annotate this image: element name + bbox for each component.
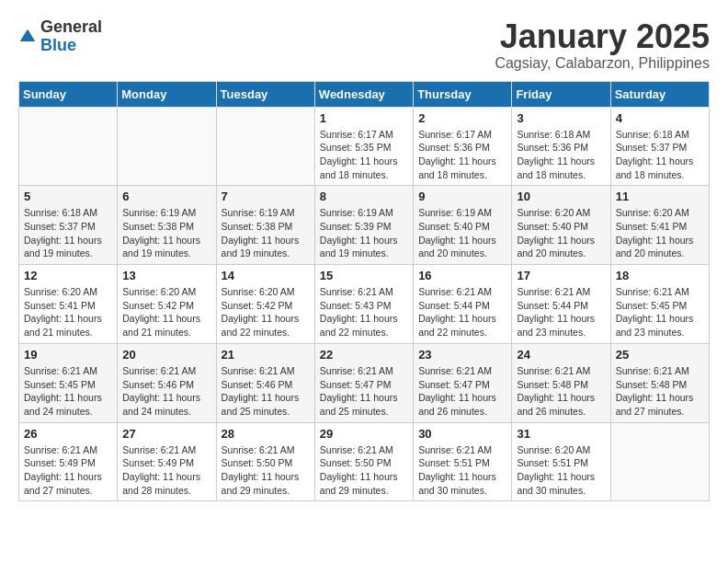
weekday-header-monday: Monday <box>118 81 216 107</box>
day-number: 28 <box>222 427 310 441</box>
calendar-cell: 5Sunrise: 6:18 AM Sunset: 5:37 PM Daylig… <box>19 186 118 265</box>
day-info: Sunrise: 6:21 AM Sunset: 5:44 PM Dayligh… <box>418 285 506 339</box>
day-info: Sunrise: 6:17 AM Sunset: 5:35 PM Dayligh… <box>320 128 408 182</box>
calendar-cell: 6Sunrise: 6:19 AM Sunset: 5:38 PM Daylig… <box>118 186 216 265</box>
calendar-body: 1Sunrise: 6:17 AM Sunset: 5:35 PM Daylig… <box>19 107 710 501</box>
calendar-cell: 17Sunrise: 6:21 AM Sunset: 5:44 PM Dayli… <box>512 265 610 344</box>
calendar-cell: 20Sunrise: 6:21 AM Sunset: 5:46 PM Dayli… <box>118 343 216 422</box>
day-info: Sunrise: 6:20 AM Sunset: 5:41 PM Dayligh… <box>616 206 704 260</box>
calendar-cell: 13Sunrise: 6:20 AM Sunset: 5:42 PM Dayli… <box>118 265 216 344</box>
calendar-header: SundayMondayTuesdayWednesdayThursdayFrid… <box>19 81 710 107</box>
calendar-cell: 15Sunrise: 6:21 AM Sunset: 5:43 PM Dayli… <box>314 265 413 344</box>
day-info: Sunrise: 6:21 AM Sunset: 5:50 PM Dayligh… <box>320 443 408 498</box>
day-number: 25 <box>616 348 704 362</box>
calendar-cell: 14Sunrise: 6:20 AM Sunset: 5:42 PM Dayli… <box>216 265 314 344</box>
day-info: Sunrise: 6:21 AM Sunset: 5:48 PM Dayligh… <box>517 364 605 419</box>
day-info: Sunrise: 6:21 AM Sunset: 5:50 PM Dayligh… <box>222 443 310 498</box>
calendar-cell: 11Sunrise: 6:20 AM Sunset: 5:41 PM Dayli… <box>610 186 709 265</box>
day-number: 20 <box>122 348 210 362</box>
day-number: 14 <box>222 269 310 282</box>
calendar-cell: 23Sunrise: 6:21 AM Sunset: 5:47 PM Dayli… <box>414 343 512 422</box>
day-info: Sunrise: 6:21 AM Sunset: 5:48 PM Dayligh… <box>616 364 704 419</box>
day-info: Sunrise: 6:21 AM Sunset: 5:43 PM Dayligh… <box>320 285 408 339</box>
calendar-cell: 30Sunrise: 6:21 AM Sunset: 5:51 PM Dayli… <box>414 422 512 501</box>
logo-general-text: General <box>40 17 102 36</box>
calendar-cell: 16Sunrise: 6:21 AM Sunset: 5:44 PM Dayli… <box>414 265 512 344</box>
logo-blue-text: Blue <box>40 36 76 54</box>
calendar-cell: 9Sunrise: 6:19 AM Sunset: 5:40 PM Daylig… <box>414 186 512 265</box>
calendar-cell: 4Sunrise: 6:18 AM Sunset: 5:37 PM Daylig… <box>610 107 709 186</box>
calendar-cell: 26Sunrise: 6:21 AM Sunset: 5:49 PM Dayli… <box>19 422 118 501</box>
calendar-cell <box>610 422 709 501</box>
calendar-cell: 21Sunrise: 6:21 AM Sunset: 5:46 PM Dayli… <box>216 343 314 422</box>
calendar-cell: 29Sunrise: 6:21 AM Sunset: 5:50 PM Dayli… <box>314 422 413 501</box>
calendar-cell: 27Sunrise: 6:21 AM Sunset: 5:49 PM Dayli… <box>118 422 216 501</box>
day-number: 30 <box>418 427 506 441</box>
weekday-header-row: SundayMondayTuesdayWednesdayThursdayFrid… <box>19 81 710 107</box>
day-number: 29 <box>320 427 408 441</box>
calendar-cell: 2Sunrise: 6:17 AM Sunset: 5:36 PM Daylig… <box>414 107 512 186</box>
day-info: Sunrise: 6:19 AM Sunset: 5:38 PM Dayligh… <box>222 206 310 260</box>
logo: General Blue <box>18 18 102 55</box>
calendar-cell: 31Sunrise: 6:20 AM Sunset: 5:51 PM Dayli… <box>512 422 610 501</box>
weekday-header-tuesday: Tuesday <box>216 81 314 107</box>
day-info: Sunrise: 6:20 AM Sunset: 5:40 PM Dayligh… <box>517 206 605 260</box>
calendar-cell: 19Sunrise: 6:21 AM Sunset: 5:45 PM Dayli… <box>19 343 118 422</box>
day-number: 15 <box>320 269 408 282</box>
calendar-cell <box>118 107 216 186</box>
calendar-cell: 8Sunrise: 6:19 AM Sunset: 5:39 PM Daylig… <box>314 186 413 265</box>
day-number: 16 <box>418 269 506 282</box>
weekday-header-wednesday: Wednesday <box>314 81 413 107</box>
location-title: Cagsiay, Calabarzon, Philippines <box>495 55 710 72</box>
logo-icon <box>18 28 37 46</box>
weekday-header-friday: Friday <box>512 81 610 107</box>
calendar-week-4: 19Sunrise: 6:21 AM Sunset: 5:45 PM Dayli… <box>19 343 710 422</box>
day-info: Sunrise: 6:19 AM Sunset: 5:40 PM Dayligh… <box>418 206 506 260</box>
day-number: 10 <box>517 190 605 203</box>
title-block: January 2025 Cagsiay, Calabarzon, Philip… <box>495 18 710 72</box>
calendar-week-3: 12Sunrise: 6:20 AM Sunset: 5:41 PM Dayli… <box>19 265 710 344</box>
day-info: Sunrise: 6:18 AM Sunset: 5:37 PM Dayligh… <box>616 128 704 182</box>
day-info: Sunrise: 6:17 AM Sunset: 5:36 PM Dayligh… <box>418 128 506 182</box>
day-info: Sunrise: 6:21 AM Sunset: 5:49 PM Dayligh… <box>122 443 210 498</box>
calendar-cell <box>216 107 314 186</box>
calendar-cell: 1Sunrise: 6:17 AM Sunset: 5:35 PM Daylig… <box>314 107 413 186</box>
day-info: Sunrise: 6:21 AM Sunset: 5:49 PM Dayligh… <box>24 443 112 498</box>
calendar-cell: 12Sunrise: 6:20 AM Sunset: 5:41 PM Dayli… <box>19 265 118 344</box>
day-info: Sunrise: 6:20 AM Sunset: 5:42 PM Dayligh… <box>222 285 310 339</box>
day-info: Sunrise: 6:21 AM Sunset: 5:51 PM Dayligh… <box>418 443 506 498</box>
month-title: January 2025 <box>495 18 710 55</box>
day-number: 19 <box>24 348 112 362</box>
day-info: Sunrise: 6:18 AM Sunset: 5:36 PM Dayligh… <box>517 128 605 182</box>
day-info: Sunrise: 6:19 AM Sunset: 5:38 PM Dayligh… <box>122 206 210 260</box>
calendar-cell: 24Sunrise: 6:21 AM Sunset: 5:48 PM Dayli… <box>512 343 610 422</box>
svg-marker-0 <box>20 29 36 40</box>
day-number: 27 <box>122 427 210 441</box>
day-number: 5 <box>24 190 112 203</box>
day-number: 3 <box>517 111 605 125</box>
day-info: Sunrise: 6:20 AM Sunset: 5:42 PM Dayligh… <box>122 285 210 339</box>
day-number: 12 <box>24 269 112 282</box>
day-number: 9 <box>418 190 506 203</box>
calendar-cell: 25Sunrise: 6:21 AM Sunset: 5:48 PM Dayli… <box>610 343 709 422</box>
day-number: 1 <box>320 111 408 125</box>
day-number: 7 <box>222 190 310 203</box>
day-info: Sunrise: 6:21 AM Sunset: 5:47 PM Dayligh… <box>418 364 506 419</box>
day-info: Sunrise: 6:21 AM Sunset: 5:46 PM Dayligh… <box>122 364 210 419</box>
calendar-cell: 28Sunrise: 6:21 AM Sunset: 5:50 PM Dayli… <box>216 422 314 501</box>
day-info: Sunrise: 6:21 AM Sunset: 5:45 PM Dayligh… <box>616 285 704 339</box>
weekday-header-thursday: Thursday <box>414 81 512 107</box>
day-info: Sunrise: 6:21 AM Sunset: 5:47 PM Dayligh… <box>320 364 408 419</box>
day-number: 11 <box>616 190 704 203</box>
weekday-header-sunday: Sunday <box>19 81 118 107</box>
day-info: Sunrise: 6:21 AM Sunset: 5:45 PM Dayligh… <box>24 364 112 419</box>
calendar-cell: 3Sunrise: 6:18 AM Sunset: 5:36 PM Daylig… <box>512 107 610 186</box>
calendar-week-5: 26Sunrise: 6:21 AM Sunset: 5:49 PM Dayli… <box>19 422 710 501</box>
day-number: 4 <box>616 111 704 125</box>
day-number: 18 <box>616 269 704 282</box>
day-number: 17 <box>517 269 605 282</box>
calendar-week-1: 1Sunrise: 6:17 AM Sunset: 5:35 PM Daylig… <box>19 107 710 186</box>
day-number: 23 <box>418 348 506 362</box>
day-info: Sunrise: 6:21 AM Sunset: 5:44 PM Dayligh… <box>517 285 605 339</box>
day-number: 8 <box>320 190 408 203</box>
